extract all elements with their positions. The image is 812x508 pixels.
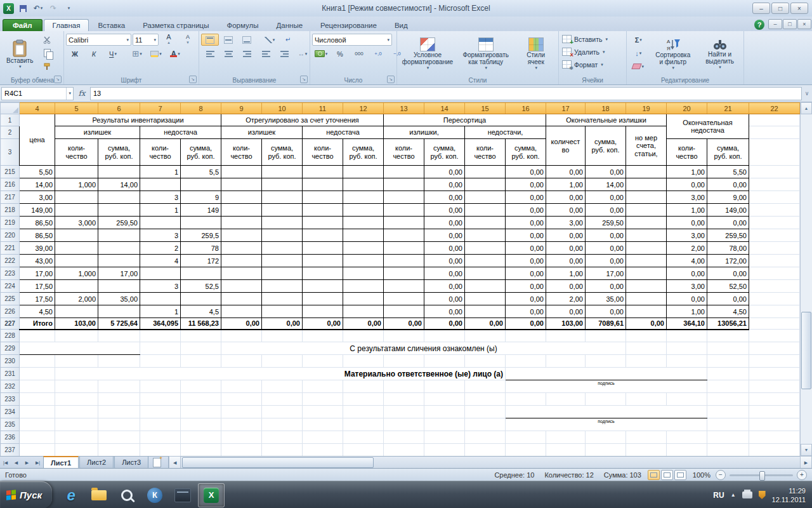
cell[interactable]: 0,00 xyxy=(424,166,465,178)
cell[interactable] xyxy=(424,330,465,342)
horizontal-scrollbar[interactable]: ◀ ▶ xyxy=(168,457,812,469)
delete-cells-button[interactable]: Удалить ▾ xyxy=(561,46,624,57)
table-header-cell[interactable]: сумма, руб. коп. xyxy=(506,139,546,166)
row-header-236[interactable]: 236 xyxy=(1,431,20,444)
cell[interactable] xyxy=(303,418,343,431)
cell[interactable]: 0,00 xyxy=(506,280,546,293)
scroll-left-icon[interactable]: ◀ xyxy=(169,456,181,469)
table-header-cell[interactable]: Результаты инвентаризации xyxy=(55,114,221,126)
cell[interactable] xyxy=(384,418,424,431)
cell[interactable] xyxy=(586,431,626,444)
start-button[interactable]: Пуск xyxy=(0,481,52,508)
cell[interactable] xyxy=(424,431,465,444)
table-header-cell[interactable]: недостача xyxy=(140,126,221,139)
cell[interactable]: 0,00 xyxy=(424,178,465,191)
cell[interactable] xyxy=(667,393,707,406)
cell[interactable] xyxy=(586,393,626,406)
table-header-cell[interactable]: недостача xyxy=(303,126,384,139)
cell[interactable] xyxy=(262,166,303,178)
column-header-19[interactable]: 19 xyxy=(626,103,667,114)
borders-button[interactable]: ⊞▾ xyxy=(128,48,146,60)
signature-line[interactable] xyxy=(506,368,707,380)
workbook-close-button[interactable]: × xyxy=(797,19,811,29)
cell[interactable] xyxy=(707,342,749,355)
merge-center-button[interactable]: ↔▾ xyxy=(294,48,311,60)
cell[interactable] xyxy=(55,431,98,444)
cell[interactable] xyxy=(343,280,384,293)
cell[interactable] xyxy=(506,355,546,368)
cell[interactable] xyxy=(546,431,586,444)
cell[interactable]: 14,00 xyxy=(98,178,140,191)
row-header-225[interactable]: 225 xyxy=(1,293,20,305)
zoom-out-button[interactable]: − xyxy=(716,470,726,480)
cell[interactable]: 17,50 xyxy=(20,280,55,293)
cell[interactable]: 0,00 xyxy=(506,242,546,255)
cell[interactable] xyxy=(181,444,221,457)
cell[interactable] xyxy=(384,191,424,204)
cell[interactable]: 39,00 xyxy=(20,242,55,255)
cell[interactable] xyxy=(262,431,303,444)
printer-tray-icon[interactable] xyxy=(742,491,752,498)
cell[interactable] xyxy=(384,217,424,229)
dialog-launcher-icon[interactable]: ↘ xyxy=(300,76,308,83)
cell[interactable] xyxy=(98,355,140,368)
align-middle-button[interactable] xyxy=(219,34,237,46)
cell[interactable] xyxy=(465,178,506,191)
cell[interactable] xyxy=(262,355,303,368)
total-cell[interactable]: 7089,61 xyxy=(586,318,626,330)
cell[interactable]: 17,00 xyxy=(20,267,55,280)
cell[interactable]: 0,00 xyxy=(586,242,626,255)
cell[interactable]: 1 xyxy=(140,305,181,318)
cell[interactable] xyxy=(262,293,303,305)
cell[interactable] xyxy=(140,178,181,191)
total-cell[interactable]: 11 568,23 xyxy=(181,318,221,330)
row-header-216[interactable]: 216 xyxy=(1,178,20,191)
cell[interactable]: 0,00 xyxy=(546,280,586,293)
cell[interactable] xyxy=(55,255,98,267)
ribbon-tab-home[interactable]: Главная xyxy=(44,19,89,31)
number-format-combo[interactable]: Числовой ▾ xyxy=(312,34,392,46)
cell[interactable] xyxy=(262,406,303,418)
cell[interactable]: 0,00 xyxy=(424,229,465,242)
cell[interactable] xyxy=(626,305,667,318)
cell[interactable] xyxy=(749,406,800,418)
cell[interactable] xyxy=(262,444,303,457)
security-tray-icon[interactable] xyxy=(759,491,766,499)
increase-font-button[interactable]: А▲ xyxy=(160,34,178,46)
cell[interactable] xyxy=(20,330,55,342)
cell[interactable] xyxy=(343,418,384,431)
cell[interactable]: 0,00 xyxy=(424,293,465,305)
table-header-cell[interactable]: коли- чество xyxy=(55,139,98,166)
ribbon-tab-view[interactable]: Вид xyxy=(386,19,417,31)
cell[interactable] xyxy=(626,393,667,406)
cell[interactable] xyxy=(303,393,343,406)
cell[interactable] xyxy=(303,305,343,318)
cell[interactable]: 0,00 xyxy=(424,255,465,267)
cell[interactable] xyxy=(546,330,586,342)
column-header-11[interactable]: 11 xyxy=(303,103,343,114)
cell[interactable] xyxy=(749,342,800,355)
cell[interactable]: 43,00 xyxy=(20,255,55,267)
cell[interactable] xyxy=(262,191,303,204)
cell[interactable]: 0,00 xyxy=(424,305,465,318)
row-header-224[interactable]: 224 xyxy=(1,280,20,293)
row-header-235[interactable]: 235 xyxy=(1,418,20,431)
cell[interactable] xyxy=(626,280,667,293)
cell[interactable] xyxy=(465,305,506,318)
show-hidden-icons[interactable]: ▲ xyxy=(731,492,736,498)
cell[interactable]: 0,00 xyxy=(424,204,465,217)
conditional-formatting-button[interactable]: Условное форматирование ▾ xyxy=(399,32,456,76)
total-cell[interactable]: 0,00 xyxy=(506,318,546,330)
undo-button[interactable]: ↶▾ xyxy=(32,3,44,14)
previous-sheet-button[interactable]: ◀ xyxy=(11,457,22,469)
cell[interactable] xyxy=(140,393,181,406)
align-top-button[interactable] xyxy=(201,34,219,46)
cell[interactable]: 4,5 xyxy=(181,305,221,318)
cell[interactable]: 9,00 xyxy=(707,191,749,204)
row-header-1[interactable]: 1 xyxy=(1,114,20,126)
cell[interactable]: 0,00 xyxy=(667,293,707,305)
cell[interactable] xyxy=(20,355,55,368)
cell[interactable] xyxy=(98,204,140,217)
cell[interactable]: 0,00 xyxy=(506,178,546,191)
cell[interactable] xyxy=(626,444,667,457)
